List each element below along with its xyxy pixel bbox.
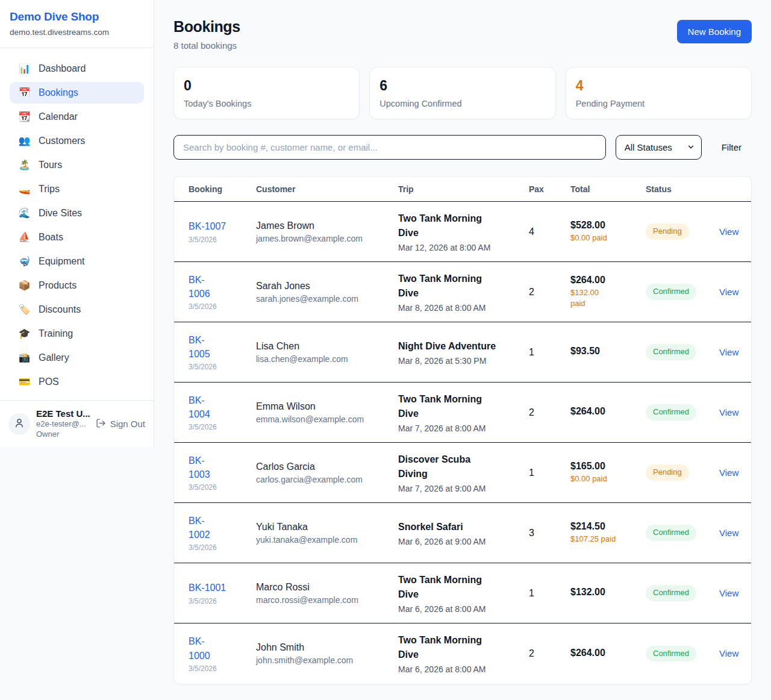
customer-name: Yuki Tanaka bbox=[256, 522, 398, 533]
pax-cell: 2 bbox=[529, 407, 570, 418]
brand-name[interactable]: Demo Dive Shop bbox=[10, 10, 144, 23]
view-link[interactable]: View bbox=[719, 407, 738, 417]
diving-mask-icon: 🤿 bbox=[18, 257, 31, 266]
total-cell: $132.00 bbox=[570, 587, 646, 599]
status-cell: Confirmed bbox=[646, 344, 719, 360]
sidebar-item-discounts[interactable]: 🏷️ Discounts bbox=[10, 299, 144, 320]
page-title-block: Bookings 8 total bookings bbox=[173, 18, 240, 51]
status-select-wrap: All Statuses bbox=[616, 135, 702, 160]
pax-cell: 1 bbox=[529, 467, 570, 478]
trip-datetime: Mar 7, 2026 at 8:00 AM bbox=[398, 423, 529, 433]
customer-name: Carlos Garcia bbox=[256, 461, 398, 472]
sidebar-item-equipment[interactable]: 🤿 Equipment bbox=[10, 251, 144, 272]
pax-cell: 2 bbox=[529, 287, 570, 298]
graduation-cap-icon: 🎓 bbox=[18, 329, 31, 339]
customer-email: marco.rossi@example.com bbox=[256, 595, 398, 605]
sidebar-item-training[interactable]: 🎓 Training bbox=[10, 323, 144, 345]
customer-cell: John Smith john.smith@example.com bbox=[256, 642, 398, 665]
page-header: Bookings 8 total bookings New Booking bbox=[173, 18, 752, 51]
sidebar-item-bookings[interactable]: 📅 Bookings bbox=[10, 82, 144, 104]
view-link[interactable]: View bbox=[719, 588, 738, 598]
sidebar-item-boats[interactable]: ⛵ Boats bbox=[10, 227, 144, 248]
customer-cell: Emma Wilson emma.wilson@example.com bbox=[256, 401, 398, 424]
customer-cell: Carlos Garcia carlos.garcia@example.com bbox=[256, 461, 398, 484]
user-icon bbox=[14, 417, 25, 431]
view-link[interactable]: View bbox=[719, 227, 738, 237]
sidebar-item-label: Calendar bbox=[39, 111, 78, 122]
booking-id-link[interactable]: BK-1005 bbox=[189, 333, 256, 361]
customer-cell: Sarah Jones sarah.jones@example.com bbox=[256, 281, 398, 304]
total-cell: $165.00 $0.00 paid bbox=[570, 461, 646, 484]
user-meta: E2E Test U... e2e-tester@... Owner bbox=[36, 408, 90, 439]
sidebar-item-customers[interactable]: 👥 Customers bbox=[10, 130, 144, 152]
customer-name: Lisa Chen bbox=[256, 341, 398, 352]
total-amount: $264.00 bbox=[570, 406, 646, 417]
total-cell: $214.50 $107.25 paid bbox=[570, 521, 646, 545]
trip-cell: Two Tank MorningDive Mar 7, 2026 at 8:00… bbox=[398, 392, 529, 433]
credit-card-icon: 💳 bbox=[18, 377, 31, 387]
table-row: BK-1004 3/5/2026 Emma Wilson emma.wilson… bbox=[174, 383, 751, 443]
wave-icon: 🌊 bbox=[18, 208, 31, 218]
trip-name: Snorkel Safari bbox=[398, 520, 529, 534]
filters-row: All Statuses Filter bbox=[173, 135, 752, 160]
customer-name: Marco Rossi bbox=[256, 582, 398, 593]
status-cell: Confirmed bbox=[646, 585, 719, 601]
booking-id-link[interactable]: BK-1002 bbox=[189, 514, 256, 542]
total-cell: $264.00 bbox=[570, 406, 646, 419]
sidebar-item-tours[interactable]: 🏝️ Tours bbox=[10, 154, 144, 176]
trip-name: Discover ScubaDiving bbox=[398, 452, 529, 481]
brand-block: Demo Dive Shop demo.test.divestreams.com bbox=[0, 0, 154, 48]
sailboat-icon: ⛵ bbox=[18, 233, 31, 242]
booking-date: 3/5/2026 bbox=[189, 483, 256, 492]
booking-id-link[interactable]: BK-1006 bbox=[189, 273, 256, 301]
trip-cell: Two Tank MorningDive Mar 8, 2026 at 8:00… bbox=[398, 272, 529, 313]
sidebar-item-calendar[interactable]: 📆 Calendar bbox=[10, 106, 144, 128]
sidebar-item-pos[interactable]: 💳 POS bbox=[10, 371, 144, 393]
new-booking-button[interactable]: New Booking bbox=[677, 20, 752, 43]
page-subtitle: 8 total bookings bbox=[173, 40, 240, 51]
sign-out-button[interactable]: Sign Out bbox=[96, 418, 145, 430]
booking-id-link[interactable]: BK-1001 bbox=[189, 581, 256, 595]
booking-id-link[interactable]: BK-1007 bbox=[189, 219, 256, 233]
booking-id-link[interactable]: BK-1004 bbox=[189, 393, 256, 421]
total-amount: $528.00 bbox=[570, 220, 646, 231]
search-input[interactable] bbox=[173, 135, 606, 160]
customer-email: yuki.tanaka@example.com bbox=[256, 535, 398, 545]
pax-cell: 4 bbox=[529, 227, 570, 237]
camera-icon: 📸 bbox=[18, 353, 31, 363]
sidebar-item-dive-sites[interactable]: 🌊 Dive Sites bbox=[10, 202, 144, 224]
sidebar-item-trips[interactable]: 🚤 Trips bbox=[10, 178, 144, 200]
island-icon: 🏝️ bbox=[18, 160, 31, 170]
actions-cell: View bbox=[719, 347, 738, 358]
status-badge: Pending bbox=[646, 464, 689, 480]
sidebar-item-gallery[interactable]: 📸 Gallery bbox=[10, 347, 144, 369]
sidebar-item-label: POS bbox=[39, 377, 59, 387]
view-link[interactable]: View bbox=[719, 347, 738, 357]
paid-amount: $132.00paid bbox=[570, 287, 646, 309]
booking-cell: BK-1003 3/5/2026 bbox=[189, 454, 256, 492]
customer-name: James Brown bbox=[256, 220, 398, 231]
trip-cell: Night Dive Adventure Mar 8, 2026 at 5:30… bbox=[398, 339, 529, 366]
trip-datetime: Mar 12, 2026 at 8:00 AM bbox=[398, 243, 529, 252]
sidebar-item-products[interactable]: 📦 Products bbox=[10, 275, 144, 296]
view-link[interactable]: View bbox=[719, 528, 738, 538]
actions-cell: View bbox=[719, 287, 738, 298]
filter-button[interactable]: Filter bbox=[722, 142, 741, 152]
booking-id-link[interactable]: BK-1000 bbox=[189, 634, 256, 662]
app-layout: Demo Dive Shop demo.test.divestreams.com… bbox=[0, 0, 771, 684]
paid-amount: $0.00 paid bbox=[570, 233, 646, 243]
table-row: BK-1000 3/5/2026 John Smith john.smith@e… bbox=[174, 623, 751, 684]
sidebar-item-dashboard[interactable]: 📊 Dashboard bbox=[10, 58, 144, 80]
status-filter-select[interactable]: All Statuses bbox=[616, 135, 702, 160]
trip-cell: Two Tank MorningDive Mar 12, 2026 at 8:0… bbox=[398, 211, 529, 252]
booking-date: 3/5/2026 bbox=[189, 664, 256, 673]
brand-domain: demo.test.divestreams.com bbox=[10, 28, 144, 37]
view-link[interactable]: View bbox=[719, 287, 738, 297]
view-link[interactable]: View bbox=[719, 467, 738, 478]
view-link[interactable]: View bbox=[719, 648, 738, 658]
column-header-booking: Booking bbox=[189, 184, 256, 194]
customer-cell: Yuki Tanaka yuki.tanaka@example.com bbox=[256, 522, 398, 545]
booking-id-link[interactable]: BK-1003 bbox=[189, 454, 256, 481]
stat-label: Today's Bookings bbox=[184, 99, 349, 108]
pax-cell: 2 bbox=[529, 648, 570, 659]
